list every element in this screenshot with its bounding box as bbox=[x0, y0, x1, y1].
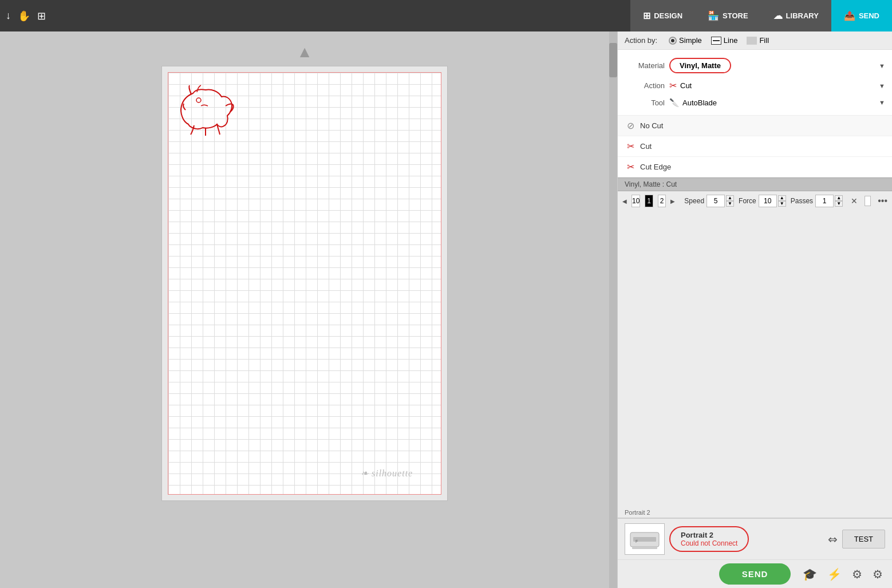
tool-dropdown-arrow[interactable]: ▼ bbox=[879, 99, 885, 106]
tab-design-label: DESIGN bbox=[654, 11, 682, 20]
cut-option-no-cut[interactable]: ⊘ No Cut bbox=[618, 116, 892, 136]
action-cut-icon: ✂ bbox=[669, 80, 677, 91]
material-dropdown-arrow[interactable]: ▼ bbox=[879, 62, 885, 69]
passes-down[interactable]: ▼ bbox=[835, 201, 843, 207]
dog-shape bbox=[177, 84, 240, 136]
tab-store-label: STORE bbox=[723, 11, 748, 20]
tool-row: Tool 🔪 AutoBlade ▼ bbox=[618, 94, 892, 111]
bottom-icons: 🎓 ⚡ ⚙ ⚙ bbox=[803, 567, 883, 581]
color-swatch[interactable] bbox=[865, 196, 871, 206]
top-toolbar: ↓ ✋ ⊞ ⊞ DESIGN 🏪 STORE ☁ LIBRARY 📤 SEND bbox=[0, 0, 892, 31]
scroll-bar[interactable] bbox=[609, 31, 617, 588]
tool-blade-icon: 🔪 bbox=[669, 98, 679, 107]
design-icon: ⊞ bbox=[643, 10, 650, 21]
cut-option-cut[interactable]: ✂ Cut bbox=[618, 136, 892, 157]
toolbar-icon-hand[interactable]: ✋ bbox=[18, 10, 30, 22]
speed-input[interactable] bbox=[707, 195, 725, 207]
status-text: Vinyl, Matte : Cut bbox=[625, 180, 677, 188]
more-options[interactable]: ••• bbox=[878, 196, 887, 206]
canvas-mat[interactable]: ❧ silhouette bbox=[161, 66, 448, 501]
crosshair-icon[interactable]: ✕ bbox=[851, 196, 858, 206]
action-label: Action bbox=[625, 81, 665, 90]
send-button[interactable]: SEND bbox=[719, 563, 791, 585]
right-panel: Action by: Simple Line Fill Mat bbox=[617, 31, 892, 588]
panel-spacer bbox=[618, 211, 892, 506]
passes-label: Passes bbox=[791, 197, 813, 205]
passes-group: Passes ▲ ▼ bbox=[791, 195, 843, 207]
device-machine-icon: F bbox=[627, 527, 662, 552]
fill-tab-icon bbox=[747, 37, 757, 45]
cut-edge-icon: ✂ bbox=[627, 161, 634, 172]
status-bar: Vinyl, Matte : Cut bbox=[618, 177, 892, 191]
device-name: Portrait 2 bbox=[681, 531, 713, 539]
settings-rows: Material Vinyl, Matte ▼ Action bbox=[618, 50, 892, 115]
canvas-up-arrow: ▲ bbox=[297, 43, 313, 61]
graduation-icon[interactable]: 🎓 bbox=[803, 567, 817, 581]
device-section-label-wrapper: Portrait 2 bbox=[618, 506, 892, 518]
toolbar-icon-grid[interactable]: ⊞ bbox=[37, 10, 46, 22]
bluetooth-icon[interactable]: ⚡ bbox=[827, 567, 842, 581]
usb-icon[interactable]: ⚙ bbox=[852, 567, 862, 581]
radio-simple-indicator bbox=[669, 37, 677, 45]
tab-design[interactable]: ⊞ DESIGN bbox=[630, 0, 695, 31]
nav-tabs: ⊞ DESIGN 🏪 STORE ☁ LIBRARY 📤 SEND bbox=[630, 0, 892, 31]
radio-group: Simple Line Fill bbox=[669, 36, 769, 45]
radio-line[interactable]: Line bbox=[711, 36, 738, 45]
main-content: ▲ bbox=[0, 31, 892, 588]
radio-fill[interactable]: Fill bbox=[747, 36, 769, 45]
svg-text:❧ silhouette: ❧ silhouette bbox=[361, 468, 413, 478]
panel-header: Action by: Simple Line Fill bbox=[618, 31, 892, 50]
radio-simple[interactable]: Simple bbox=[669, 36, 702, 45]
device-status: Could not Connect bbox=[681, 539, 737, 547]
force-group: Force ▲ ▼ bbox=[739, 195, 786, 207]
badge-right-arrow[interactable]: ▶ bbox=[670, 198, 675, 204]
device-oval: Portrait 2 Could not Connect bbox=[669, 526, 749, 552]
passes-up[interactable]: ▲ bbox=[835, 195, 843, 201]
badge-num-10: 10 bbox=[631, 195, 640, 207]
force-down[interactable]: ▼ bbox=[778, 201, 786, 207]
speed-label: Speed bbox=[684, 197, 704, 205]
test-button[interactable]: TEST bbox=[842, 530, 885, 548]
send-icon: 📤 bbox=[844, 10, 855, 21]
material-label: Material bbox=[625, 61, 665, 70]
material-value-container: Vinyl, Matte ▼ bbox=[669, 58, 885, 73]
material-highlight[interactable]: Vinyl, Matte bbox=[669, 58, 731, 73]
speed-down[interactable]: ▼ bbox=[726, 201, 734, 207]
toolbar-icon-down[interactable]: ↓ bbox=[6, 10, 11, 22]
store-icon: 🏪 bbox=[708, 10, 719, 21]
cut-option-cut-edge[interactable]: ✂ Cut Edge bbox=[618, 157, 892, 177]
params-row: ◀ 10 1 2 ▶ Speed ▲ ▼ bbox=[618, 191, 892, 211]
device-arrows[interactable]: ⇔ bbox=[828, 532, 838, 546]
device-info-wrapper: Portrait 2 Could not Connect bbox=[669, 526, 823, 552]
action-dropdown-arrow[interactable]: ▼ bbox=[879, 82, 885, 89]
no-cut-label: No Cut bbox=[640, 121, 663, 130]
device-bar: F Portrait 2 Could not Connect ⇔ TEST bbox=[618, 518, 892, 559]
bottom-bar: SEND 🎓 ⚡ ⚙ ⚙ bbox=[618, 559, 892, 588]
tool-value-container: 🔪 AutoBlade ▼ bbox=[669, 98, 885, 107]
passes-input[interactable] bbox=[815, 195, 834, 207]
no-cut-icon: ⊘ bbox=[627, 120, 634, 131]
settings-icon[interactable]: ⚙ bbox=[873, 567, 883, 581]
library-icon: ☁ bbox=[773, 10, 783, 21]
badge-left-arrow[interactable]: ◀ bbox=[622, 198, 627, 204]
silhouette-logo: ❧ silhouette bbox=[361, 466, 429, 483]
cut-label: Cut bbox=[640, 142, 652, 151]
tab-store[interactable]: 🏪 STORE bbox=[695, 0, 761, 31]
speed-up[interactable]: ▲ bbox=[726, 195, 734, 201]
svg-rect-4 bbox=[632, 547, 657, 549]
force-input[interactable] bbox=[759, 195, 777, 207]
canvas-grid: ❧ silhouette bbox=[168, 72, 441, 495]
tab-library[interactable]: ☁ LIBRARY bbox=[761, 0, 831, 31]
force-up[interactable]: ▲ bbox=[778, 195, 786, 201]
force-spinners: ▲ ▼ bbox=[778, 195, 786, 207]
tool-value: AutoBlade bbox=[682, 98, 717, 107]
tab-send[interactable]: 📤 SEND bbox=[831, 0, 892, 31]
material-row: Material Vinyl, Matte ▼ bbox=[618, 54, 892, 77]
material-value: Vinyl, Matte bbox=[680, 61, 721, 70]
cut-options-panel: ⊘ No Cut ✂ Cut ✂ Cut Edge bbox=[618, 115, 892, 177]
badge-num-1: 1 bbox=[645, 195, 653, 207]
action-by-label: Action by: bbox=[625, 36, 657, 45]
action-row: Action ✂ Cut ▼ bbox=[618, 77, 892, 94]
tab-library-label: LIBRARY bbox=[786, 11, 819, 20]
canvas-area: ▲ bbox=[0, 31, 609, 588]
